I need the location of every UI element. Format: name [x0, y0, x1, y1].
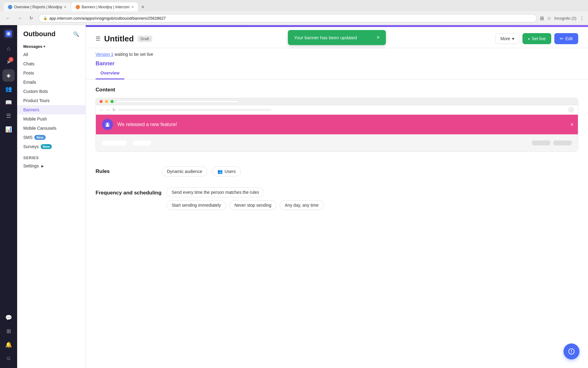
nav-mobile-push-label: Mobile Push: [23, 117, 47, 121]
draft-badge: Draft: [138, 36, 152, 42]
users-chip-label: Users: [224, 169, 236, 174]
dynamic-audience-label: Dynamic audience: [167, 169, 202, 174]
nav-mobile-carousels-label: Mobile Carousels: [23, 126, 56, 131]
new-tab-button[interactable]: +: [138, 3, 147, 11]
surveys-badge: New: [41, 144, 52, 149]
incognito-icon: Incognito (2): [554, 16, 576, 21]
tab-overview-label: Overview: [100, 71, 119, 75]
toast-close-button[interactable]: ×: [376, 34, 380, 41]
sidebar-item-sms[interactable]: SMS New: [17, 133, 85, 142]
never-stop-label: Never stop sending: [234, 203, 271, 208]
send-every-time-chip[interactable]: Send every time the person matches the r…: [166, 187, 264, 197]
sidebar-item-chat[interactable]: 💬: [2, 312, 15, 324]
any-day-label: Any day, any time: [285, 203, 318, 208]
preview-banner-close-icon[interactable]: ×: [570, 121, 574, 128]
tab-close-1[interactable]: ×: [64, 5, 66, 9]
banner-preview: ← → ↻: [96, 98, 578, 152]
any-day-chip[interactable]: Any day, any time: [280, 200, 324, 210]
preview-url-bar: [116, 100, 239, 103]
refresh-button[interactable]: ↻: [27, 14, 36, 22]
sidebar-item-analytics[interactable]: 📊: [2, 123, 15, 136]
sidebar-item-posts[interactable]: Posts: [17, 68, 85, 78]
sidebar-item-mobile-carousels[interactable]: Mobile Carousels: [17, 124, 85, 133]
sidebar-item-inbox[interactable]: ☰: [2, 110, 15, 122]
nav-all-label: All: [23, 52, 28, 57]
set-live-button[interactable]: ● Set live: [522, 33, 551, 44]
start-immediately-chip[interactable]: Start sending immediately: [166, 200, 226, 210]
sidebar-item-all[interactable]: All: [17, 50, 85, 59]
edit-button[interactable]: ✏ Edit: [554, 33, 578, 44]
preview-avatar: [102, 119, 113, 130]
icon-bar: ⌂ ➤ 1 ◈ 👥 📖 ☰ 📊 💬 ⊞ 🔔 ☺: [0, 25, 17, 368]
forward-button[interactable]: →: [15, 14, 24, 22]
browser-tab-1[interactable]: Overview | Reports | Moodjoy ×: [4, 2, 71, 11]
nav-title: Outbound: [23, 30, 55, 38]
sidebar-item-support[interactable]: ☺: [2, 352, 15, 364]
browser-actions: ⊞ ☆ Incognito (2) ⋮: [540, 15, 584, 21]
set-live-label: Set live: [532, 36, 546, 41]
version-link[interactable]: Version 1: [96, 52, 113, 57]
users-chip[interactable]: 👥 Users: [212, 167, 241, 176]
sidebar-item-reports[interactable]: 📖: [2, 96, 15, 109]
sidebar-item-chats[interactable]: Chats: [17, 59, 85, 68]
preview-content-card-4: [553, 140, 572, 145]
tab-overview[interactable]: Overview: [96, 68, 124, 79]
menu-icon[interactable]: ⋮: [579, 15, 584, 21]
url-bar[interactable]: 🔒 app.intercom.com/a/apps/nnsgmgob/outbo…: [39, 14, 537, 22]
sidebar-item-mobile-push[interactable]: Mobile Push: [17, 114, 85, 124]
preview-refresh-icon: ↻: [112, 108, 116, 112]
frequency-row: Frequency and scheduling Send every time…: [96, 187, 578, 210]
nav-search-icon[interactable]: 🔍: [73, 31, 79, 37]
sidebar-item-settings[interactable]: Settings ▶: [17, 161, 85, 171]
back-button[interactable]: ←: [4, 14, 12, 22]
sidebar-item-banners[interactable]: Banners: [17, 105, 85, 114]
support-icon: ☺: [6, 355, 11, 362]
sidebar-item-surveys[interactable]: Surveys New: [17, 142, 85, 151]
chat-support-button[interactable]: [564, 343, 579, 359]
nav-surveys-label: Surveys: [23, 144, 39, 149]
sidebar-item-outbound[interactable]: ➤ 1: [2, 56, 15, 68]
sidebar-item-notifications[interactable]: 🔔: [2, 339, 15, 351]
inbox-icon: ☰: [6, 113, 11, 119]
nav-chats-label: Chats: [23, 61, 35, 66]
dynamic-audience-chip[interactable]: Dynamic audience: [162, 167, 207, 176]
never-stop-chip[interactable]: Never stop sending: [229, 200, 277, 210]
chart-icon: 📊: [5, 126, 12, 133]
version-notice: Version 1 waiting to be set live: [86, 48, 588, 60]
preview-page-content: We released a new feature! ×: [96, 115, 578, 151]
bookmark-icon[interactable]: ☆: [547, 15, 551, 21]
nav-messages-section[interactable]: Messages ▾: [17, 42, 85, 50]
settings-label: Settings: [23, 163, 39, 168]
hamburger-icon[interactable]: ☰: [96, 35, 100, 42]
rules-row: Rules Dynamic audience 👥 Users: [96, 167, 578, 176]
tab-list: Overview: [96, 68, 578, 79]
cast-icon[interactable]: ⊞: [540, 15, 544, 21]
nav-product-tours-label: Product Tours: [23, 98, 50, 103]
svg-point-1: [7, 32, 10, 35]
preview-content-card-1: [102, 140, 126, 145]
sidebar-item-messages[interactable]: ◈: [2, 69, 15, 82]
sidebar-item-home[interactable]: ⌂: [2, 42, 15, 55]
sidebar-item-emails[interactable]: Emails: [17, 78, 85, 87]
sidebar-item-apps[interactable]: ⊞: [2, 325, 15, 337]
sidebar-item-users[interactable]: 👥: [2, 83, 15, 95]
tab-title-1: Overview | Reports | Moodjoy: [14, 5, 62, 9]
sidebar-item-custom-bots[interactable]: Custom Bots: [17, 87, 85, 96]
users-chip-icon: 👥: [217, 169, 223, 174]
preview-address-input: [118, 109, 271, 111]
preview-content-card-2: [133, 140, 151, 145]
series-label: Series: [23, 155, 39, 160]
tab-title-2: Banners | Moodjoy | Intercom: [82, 5, 130, 9]
preview-dot-yellow: [105, 100, 108, 103]
sidebar-item-product-tours[interactable]: Product Tours: [17, 96, 85, 105]
live-dot-icon: ●: [528, 37, 530, 40]
more-chevron-icon: ▾: [512, 36, 514, 41]
header-actions: More ▾ ● Set live ✏ Edit: [495, 33, 578, 44]
preview-addr-bar: ← → ↻: [96, 105, 578, 115]
app-logo: [4, 29, 13, 39]
tab-close-2[interactable]: ×: [131, 5, 134, 9]
more-button[interactable]: More ▾: [495, 33, 519, 44]
browser-tab-2[interactable]: Banners | Moodjoy | Intercom ×: [71, 2, 138, 11]
toast-notification: Your banner has been updated ×: [288, 30, 386, 45]
svg-point-3: [107, 123, 108, 125]
